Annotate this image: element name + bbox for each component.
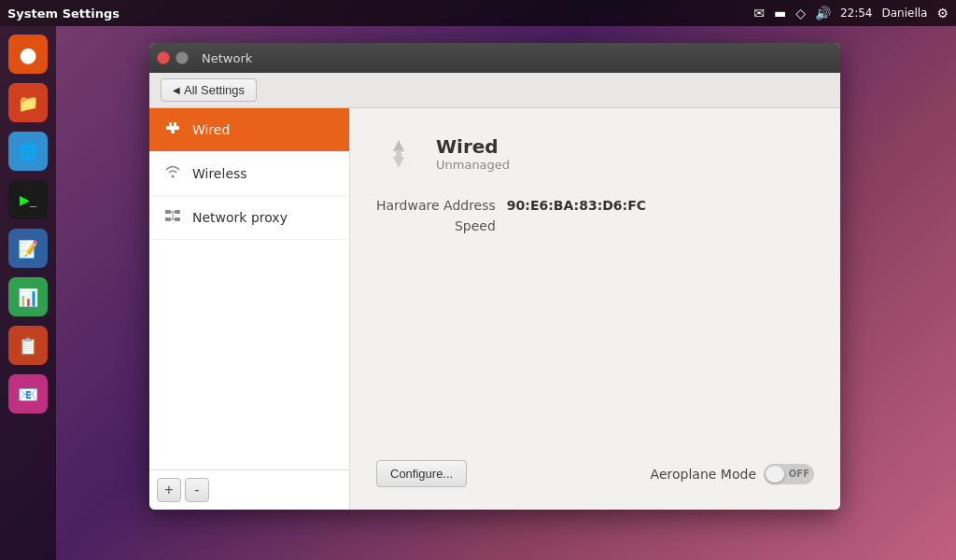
proxy-icon xyxy=(164,207,181,228)
window-body: Wired Wireless Network proxy + xyxy=(149,108,840,510)
svg-marker-14 xyxy=(393,157,404,168)
sidebar-item-wired-label: Wired xyxy=(192,122,230,137)
launcher-item-writer[interactable]: 📝 xyxy=(6,226,50,271)
hw-address-label: Hardware Address xyxy=(376,198,496,213)
svg-rect-8 xyxy=(175,217,180,221)
email-icon: ✉ xyxy=(753,6,765,21)
battery-icon: ▬ xyxy=(774,6,786,21)
svg-rect-3 xyxy=(171,130,175,133)
volume-icon: 🔊 xyxy=(815,6,831,21)
device-status: Unmanaged xyxy=(436,158,510,172)
sidebar-item-wireless-label: Wireless xyxy=(192,166,247,181)
topbar-title: System Settings xyxy=(7,7,120,21)
all-settings-button[interactable]: All Settings xyxy=(161,78,257,102)
launcher-item-terminal[interactable]: ▶_ xyxy=(6,177,50,222)
launcher: ● 📁 🌐 ▶_ 📝 📊 📋 📧 xyxy=(0,26,56,560)
sidebar-item-wired[interactable]: Wired xyxy=(149,108,349,152)
wired-icon xyxy=(164,119,181,140)
svg-rect-0 xyxy=(166,126,179,130)
aeroplane-mode: Aeroplane Mode OFF xyxy=(651,464,814,484)
svg-point-4 xyxy=(172,175,175,178)
sidebar-item-wireless[interactable]: Wireless xyxy=(149,152,349,196)
network-window: ✕ – Network All Settings Wired xyxy=(149,43,840,510)
launcher-item-impress[interactable]: 📋 xyxy=(6,323,50,368)
device-header: Wired Unmanaged xyxy=(376,131,814,175)
content-spacer xyxy=(376,233,814,449)
add-connection-button[interactable]: + xyxy=(157,478,181,502)
speed-value xyxy=(507,218,814,233)
sidebar-item-network-proxy[interactable]: Network proxy xyxy=(149,196,349,240)
svg-rect-1 xyxy=(169,122,172,127)
launcher-item-files[interactable]: 📁 xyxy=(6,80,50,125)
net-bottom: Configure... Aeroplane Mode OFF xyxy=(376,449,814,487)
toggle-state: OFF xyxy=(789,469,809,479)
wireless-icon xyxy=(164,163,181,184)
network-icon: ◇ xyxy=(795,6,806,21)
sidebar-actions: + - xyxy=(149,469,349,510)
net-sidebar: Wired Wireless Network proxy + xyxy=(149,108,350,510)
svg-rect-2 xyxy=(174,122,176,127)
toggle-knob xyxy=(766,466,784,483)
topbar-user: Daniella xyxy=(882,7,928,20)
launcher-item-ubuntu[interactable]: ● xyxy=(6,32,50,77)
topbar: System Settings ✉ ▬ ◇ 🔊 22:54 Daniella ⚙ xyxy=(0,0,956,26)
svg-rect-7 xyxy=(165,217,171,221)
sidebar-spacer xyxy=(149,240,349,469)
topbar-time: 22:54 xyxy=(840,7,873,20)
aeroplane-toggle[interactable]: OFF xyxy=(764,464,814,484)
window-titlebar: ✕ – Network xyxy=(149,43,840,73)
remove-connection-button[interactable]: - xyxy=(185,478,209,502)
speed-label: Speed xyxy=(376,218,496,233)
launcher-item-browser[interactable]: 🌐 xyxy=(6,129,50,174)
sidebar-item-proxy-label: Network proxy xyxy=(192,210,288,225)
window-toolbar: All Settings xyxy=(149,73,840,108)
device-icon xyxy=(376,131,421,175)
device-details: Hardware Address 90:E6:BA:83:D6:FC Speed xyxy=(376,198,814,233)
svg-rect-6 xyxy=(175,210,180,214)
desktop: ✕ – Network All Settings Wired xyxy=(56,26,956,560)
launcher-item-email[interactable]: 📧 xyxy=(6,371,50,416)
launcher-item-calc[interactable]: 📊 xyxy=(6,274,50,319)
window-close-button[interactable]: ✕ xyxy=(157,51,170,64)
net-content: Wired Unmanaged Hardware Address 90:E6:B… xyxy=(350,108,840,510)
window-title: Network xyxy=(202,51,252,65)
device-info: Wired Unmanaged xyxy=(436,135,510,172)
svg-rect-15 xyxy=(396,149,401,157)
topbar-right: ✉ ▬ ◇ 🔊 22:54 Daniella ⚙ xyxy=(753,6,949,21)
settings-icon[interactable]: ⚙ xyxy=(936,6,949,21)
device-name: Wired xyxy=(436,135,510,158)
svg-rect-5 xyxy=(165,210,171,214)
configure-button[interactable]: Configure... xyxy=(376,460,467,487)
window-minimize-button[interactable]: – xyxy=(176,51,189,64)
hw-address-value: 90:E6:BA:83:D6:FC xyxy=(507,198,814,213)
aeroplane-label: Aeroplane Mode xyxy=(651,467,756,482)
